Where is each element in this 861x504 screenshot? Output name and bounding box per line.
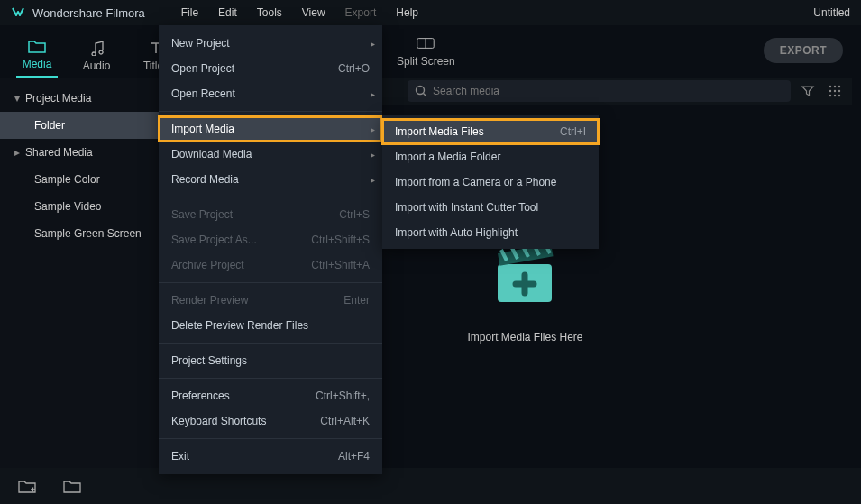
svg-point-12 [838, 95, 840, 96]
chevron-right-icon: ▸ [371, 124, 375, 134]
menu-separator [159, 343, 382, 344]
svg-point-6 [838, 86, 840, 87]
menu-file[interactable]: File [172, 3, 207, 23]
search-field[interactable] [433, 85, 783, 97]
menu-item-project-settings[interactable]: Project Settings [159, 348, 382, 373]
svg-point-11 [834, 95, 836, 96]
caret-down-icon: ▾ [14, 92, 25, 105]
menu-item-delete-preview-render[interactable]: Delete Preview Render Files [159, 313, 382, 338]
filter-icon[interactable] [798, 81, 818, 101]
menu-separator [159, 282, 382, 283]
menubar: File Edit Tools View Export Help [172, 3, 427, 23]
svg-point-5 [834, 86, 836, 87]
menu-export[interactable]: Export [336, 3, 386, 23]
svg-point-10 [829, 95, 831, 96]
svg-point-4 [829, 86, 831, 87]
submenu-import-auto-highlight[interactable]: Import with Auto Highlight [382, 220, 599, 245]
svg-point-8 [834, 90, 836, 92]
menu-item-archive-project: Archive ProjectCtrl+Shift+A [159, 252, 382, 278]
menu-tools[interactable]: Tools [248, 3, 291, 23]
chevron-right-icon: ▸ [371, 175, 375, 185]
music-icon [87, 40, 105, 56]
submenu-import-media-files[interactable]: Import Media FilesCtrl+I [382, 119, 599, 144]
submenu-import-instant-cutter[interactable]: Import with Instant Cutter Tool [382, 195, 599, 220]
search-icon [415, 85, 427, 97]
menu-item-render-preview: Render PreviewEnter [159, 288, 382, 313]
menu-separator [159, 378, 382, 379]
menu-item-import-media[interactable]: Import Media▸ [159, 116, 382, 142]
split-screen-icon [417, 35, 435, 51]
menu-separator [159, 111, 382, 112]
svg-point-9 [838, 90, 840, 92]
chevron-right-icon: ▸ [371, 150, 375, 160]
menu-item-save-project: Save ProjectCtrl+S [159, 202, 382, 227]
menu-help[interactable]: Help [387, 3, 427, 23]
menu-separator [159, 197, 382, 197]
new-folder-icon[interactable] [18, 479, 36, 493]
menu-view[interactable]: View [293, 3, 334, 23]
menu-item-exit[interactable]: ExitAlt+F4 [159, 444, 382, 469]
folder-icon [28, 38, 46, 54]
submenu-import-media-folder[interactable]: Import a Media Folder [382, 144, 599, 170]
tab-audio[interactable]: Audio [76, 25, 117, 78]
menu-item-preferences[interactable]: PreferencesCtrl+Shift+, [159, 383, 382, 408]
menu-item-save-project-as: Save Project As...Ctrl+Shift+S [159, 227, 382, 252]
chevron-right-icon: ▸ [371, 89, 375, 99]
svg-point-2 [417, 87, 425, 95]
svg-line-3 [424, 94, 427, 97]
tab-split-screen[interactable]: Split Screen [397, 35, 455, 68]
menu-item-record-media[interactable]: Record Media▸ [159, 167, 382, 192]
svg-point-7 [829, 90, 831, 92]
app-name: Wondershare Filmora [32, 6, 145, 20]
menu-item-open-recent[interactable]: Open Recent▸ [159, 81, 382, 106]
menu-edit[interactable]: Edit [209, 3, 246, 23]
tab-media[interactable]: Media [16, 25, 58, 78]
menu-item-keyboard-shortcuts[interactable]: Keyboard ShortcutsCtrl+Alt+K [159, 408, 382, 434]
menu-item-open-project[interactable]: Open ProjectCtrl+O [159, 56, 382, 81]
file-menu-dropdown: New Project▸ Open ProjectCtrl+O Open Rec… [159, 25, 382, 474]
menu-separator [159, 438, 382, 439]
folder-icon-footer[interactable] [63, 479, 81, 493]
import-hint: Import Media Files Here [467, 331, 582, 344]
menu-item-new-project[interactable]: New Project▸ [159, 31, 382, 56]
menu-item-download-media[interactable]: Download Media▸ [159, 142, 382, 167]
search-input[interactable] [408, 80, 791, 102]
chevron-right-icon: ▸ [371, 39, 375, 49]
app-logo-icon [11, 5, 25, 20]
import-media-submenu: Import Media FilesCtrl+I Import a Media … [382, 115, 599, 249]
document-title: Untitled [813, 6, 850, 19]
caret-right-icon: ▸ [14, 146, 25, 159]
grid-view-icon[interactable] [825, 81, 845, 101]
export-button[interactable]: EXPORT [764, 38, 843, 63]
submenu-import-camera-phone[interactable]: Import from a Camera or a Phone [382, 170, 599, 195]
